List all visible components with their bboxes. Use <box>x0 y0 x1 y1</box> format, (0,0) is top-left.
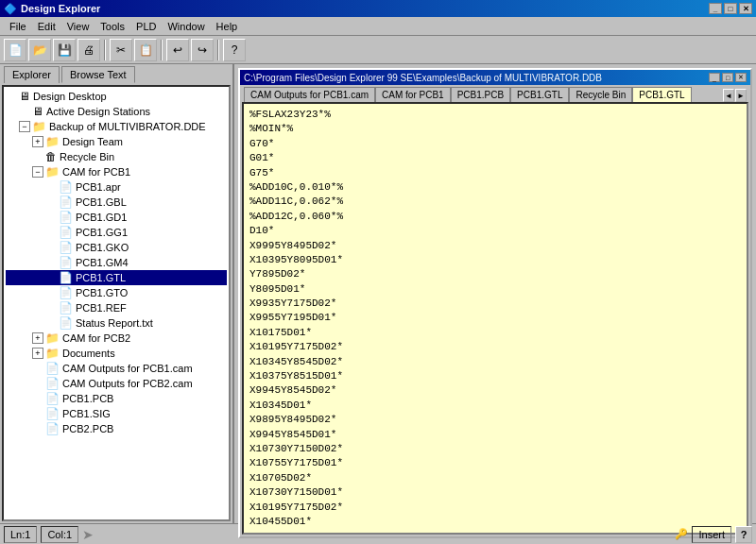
tree-item-label: Status Report.txt <box>76 317 153 329</box>
tree-item-icon: 📄 <box>59 286 73 299</box>
status-line: Ln:1 <box>4 526 37 543</box>
tree-item[interactable]: 📄PCB1.PCB <box>6 391 227 406</box>
save-button[interactable]: 💾 <box>53 39 76 61</box>
app-icon: 🔷 <box>4 3 17 15</box>
tab-explorer[interactable]: Explorer <box>4 66 60 83</box>
menu-tools[interactable]: Tools <box>94 19 130 34</box>
doc-tab-scroll: ◄ ► <box>723 89 747 102</box>
menu-help[interactable]: Help <box>211 19 244 34</box>
tree-item[interactable]: 🖥Active Design Stations <box>6 104 227 119</box>
tree-item[interactable]: +📁Documents <box>6 346 227 361</box>
maximize-button[interactable]: □ <box>724 3 737 14</box>
tree-item[interactable]: +📁Design Team <box>6 134 227 149</box>
tab-scroll-right[interactable]: ► <box>735 89 747 102</box>
code-line: X10395Y8095D01* <box>249 253 741 267</box>
code-line: X10730Y7150D02* <box>249 442 741 456</box>
new-button[interactable]: 📄 <box>4 39 26 61</box>
tree-item[interactable]: 📄PCB1.GTL <box>6 270 227 285</box>
status-right: 🔑 Insert ? <box>675 526 752 543</box>
doc-close-btn[interactable]: ✕ <box>735 73 747 82</box>
tree-item-label: Backup of MULTIVIBRATOR.DDE <box>49 121 206 132</box>
tree-item[interactable]: −📁Backup of MULTIVIBRATOR.DDE <box>6 119 227 134</box>
open-button[interactable]: 📂 <box>28 39 51 61</box>
doc-minimize-btn[interactable]: _ <box>709 73 720 82</box>
title-bar: 🔷 Design Explorer _ □ ✕ <box>0 0 756 17</box>
expand-icon[interactable]: + <box>32 332 43 344</box>
doc-content[interactable]: %FSLAX23Y23*%%MOIN*%G70*G01*G75*%ADD10C,… <box>242 102 748 535</box>
tree-item[interactable]: 📄PCB1.apr <box>6 179 227 195</box>
left-panel: Explorer Browse Text 🖥Design Desktop🖥Act… <box>0 64 234 523</box>
doc-maximize-btn[interactable]: □ <box>722 73 733 82</box>
tab-browse-text[interactable]: Browse Text <box>61 66 135 83</box>
tree-item-icon: 📁 <box>45 347 60 360</box>
doc-tab-pcb1-gtl[interactable]: PCB1.GTL <box>510 87 569 102</box>
help-button[interactable]: ? <box>735 526 752 543</box>
tree-item-label: PCB1.GKO <box>76 242 129 253</box>
code-line: Y8095D01* <box>249 282 741 297</box>
menu-view[interactable]: View <box>61 19 95 34</box>
doc-window: C:\Program Files\Design Explorer 99 SE\E… <box>238 68 752 538</box>
menu-window[interactable]: Window <box>162 19 210 34</box>
help-toolbar-button[interactable]: ? <box>223 39 246 61</box>
doc-tab-cam-outputs[interactable]: CAM Outputs for PCB1.cam <box>244 87 375 102</box>
tree-item-label: CAM for PCB2 <box>62 332 130 344</box>
tree-item-icon: 📁 <box>32 120 46 133</box>
paste-button[interactable]: 📋 <box>134 39 157 61</box>
tree-item[interactable]: 📄PCB1.REF <box>6 300 227 315</box>
tree-area[interactable]: 🖥Design Desktop🖥Active Design Stations−📁… <box>2 85 231 521</box>
close-button[interactable]: ✕ <box>739 3 752 14</box>
tree-item-label: Active Design Stations <box>46 106 150 117</box>
print-button[interactable]: 🖨 <box>77 39 100 61</box>
tree-item[interactable]: 📄PCB2.PCB <box>6 421 227 436</box>
tree-item-icon: 📄 <box>59 256 73 269</box>
expand-icon[interactable]: + <box>32 136 43 147</box>
doc-tab-cam-pcb1[interactable]: CAM for PCB1 <box>375 87 451 102</box>
expand-icon[interactable]: − <box>19 121 30 132</box>
tree-item[interactable]: 📄PCB1.GBL <box>6 195 227 210</box>
status-mode: Insert <box>692 526 731 543</box>
code-line: %ADD11C,0.062*% <box>249 195 741 209</box>
tree-item[interactable]: −📁CAM for PCB1 <box>6 164 227 179</box>
tree-item-label: Design Desktop <box>33 91 107 102</box>
code-line: %FSLAX23Y23*% <box>249 108 741 122</box>
tree-item-label: PCB1.GTL <box>76 272 126 283</box>
menu-file[interactable]: File <box>4 19 32 34</box>
code-line: X9995Y8495D02* <box>249 239 741 253</box>
tree-item[interactable]: 📄PCB1.SIG <box>6 406 227 421</box>
tree-item-label: PCB1.apr <box>76 181 121 193</box>
doc-tab-pcb1-pcb[interactable]: PCB1.PCB <box>451 87 510 102</box>
cut-button[interactable]: ✂ <box>110 39 132 61</box>
tree-item-label: PCB1.GG1 <box>76 227 128 238</box>
tree-item[interactable]: 📄PCB1.GG1 <box>6 225 227 240</box>
tree-item[interactable]: 📄CAM Outputs for PCB2.cam <box>6 376 227 391</box>
tab-scroll-left[interactable]: ◄ <box>723 89 734 102</box>
tree-item-icon: 📄 <box>59 211 73 224</box>
tree-item-label: PCB2.PCB <box>62 423 113 434</box>
minimize-button[interactable]: _ <box>709 3 722 14</box>
tree-item[interactable]: 📄Status Report.txt <box>6 315 227 331</box>
doc-path: C:\Program Files\Design Explorer 99 SE\E… <box>244 73 602 83</box>
tree-item[interactable]: 📄PCB1.GTO <box>6 285 227 300</box>
menu-pld[interactable]: PLD <box>130 19 162 34</box>
panel-tabs: Explorer Browse Text <box>0 64 232 83</box>
tree-item[interactable]: 🗑Recycle Bin <box>6 149 227 164</box>
tree-item[interactable]: 📄PCB1.GKO <box>6 240 227 255</box>
code-line: G70* <box>249 137 741 151</box>
expand-icon[interactable]: + <box>32 348 43 359</box>
menu-edit[interactable]: Edit <box>32 19 61 34</box>
undo-button[interactable]: ↩ <box>166 39 189 61</box>
redo-button[interactable]: ↪ <box>191 39 214 61</box>
tree-item[interactable]: 📄PCB1.GM4 <box>6 255 227 270</box>
tree-item-label: CAM Outputs for PCB1.cam <box>62 363 193 374</box>
status-key-icon: 🔑 <box>675 528 688 540</box>
doc-tab-recycle[interactable]: Recycle Bin <box>569 87 632 102</box>
tree-item[interactable]: +📁CAM for PCB2 <box>6 331 227 346</box>
tree-item[interactable]: 🖥Design Desktop <box>6 89 227 104</box>
tree-item-icon: 📄 <box>59 196 73 209</box>
expand-icon[interactable]: − <box>32 166 43 178</box>
tree-item-label: Design Team <box>62 136 123 147</box>
doc-tab-pcb1-gtl-active[interactable]: PCB1.GTL <box>632 87 691 102</box>
tree-item[interactable]: 📄CAM Outputs for PCB1.cam <box>6 361 227 376</box>
code-line: X10175D01* <box>249 326 741 340</box>
tree-item[interactable]: 📄PCB1.GD1 <box>6 210 227 225</box>
